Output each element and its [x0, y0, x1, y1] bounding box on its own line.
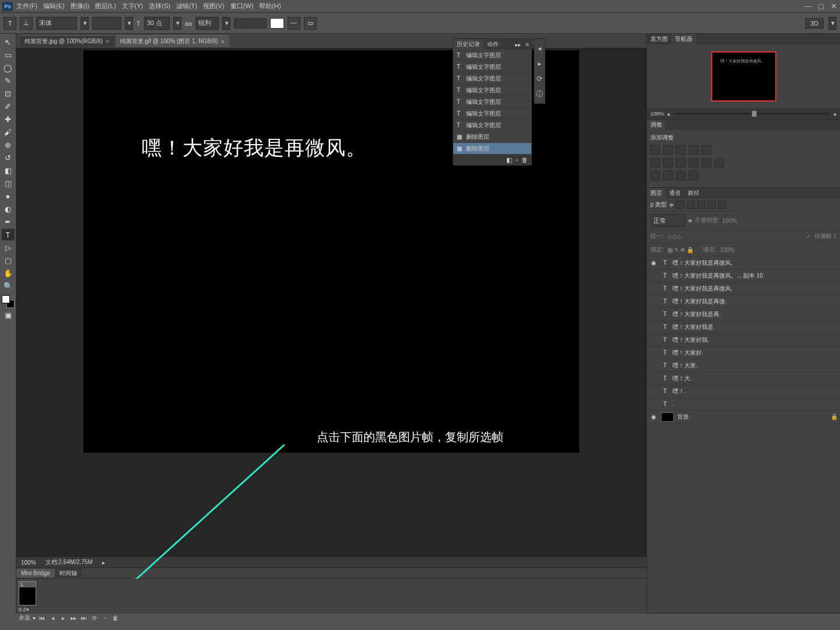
gradient-tool[interactable]: ◫ — [2, 177, 15, 189]
maximize-button[interactable]: ◻ — [814, 1, 827, 12]
fill-value[interactable]: 100% — [720, 247, 735, 253]
layer-row[interactable]: T嘿！. — [647, 385, 840, 398]
text-color-swatch[interactable] — [270, 18, 284, 29]
menu-view[interactable]: 视图(V) — [203, 2, 225, 10]
status-arrow-icon[interactable]: ▸ — [102, 559, 105, 566]
menu-select[interactable]: 选择(S) — [149, 2, 170, 10]
zoom-in-icon[interactable]: ▴ — [834, 111, 836, 117]
tab-navigator[interactable]: 导航器 — [671, 34, 696, 44]
tab-history[interactable]: 历史记录 — [453, 39, 484, 50]
eyedropper-tool[interactable]: ✐ — [2, 100, 15, 112]
crop-tool[interactable]: ⊡ — [2, 88, 15, 99]
menu-layer[interactable]: 图层(L) — [95, 2, 116, 10]
tween-button[interactable]: ⟳ — [90, 614, 99, 622]
shape-tool[interactable]: ▢ — [2, 254, 15, 266]
font-size-arrow[interactable]: ▾ — [173, 17, 181, 30]
menu-file[interactable]: 文件(F) — [16, 2, 37, 10]
hand-tool[interactable]: ✋ — [2, 267, 15, 279]
marquee-tool[interactable]: ▭ — [2, 49, 15, 61]
filter-pixel-icon[interactable] — [676, 201, 684, 209]
history-brush-tool[interactable]: ↺ — [2, 152, 15, 163]
zoom-level[interactable]: 100% — [21, 559, 36, 566]
font-family-dropdown[interactable]: 宋体 — [36, 17, 77, 30]
filter-type-icon[interactable] — [697, 201, 705, 209]
orientation-icon[interactable]: ⊥ — [20, 17, 33, 30]
stamp-tool[interactable]: ⊕ — [2, 139, 15, 150]
menu-edit[interactable]: 编辑(E) — [43, 2, 65, 10]
history-item[interactable]: T编辑文字图层 — [453, 108, 531, 120]
tab-histogram[interactable]: 直方图 — [647, 34, 671, 44]
zoom-slider[interactable] — [674, 113, 830, 115]
layer-row[interactable]: T嘿！大家好我是. — [647, 321, 840, 334]
align-center-button[interactable] — [245, 18, 256, 29]
layer-row[interactable]: ◉T嘿！大家好我是再微风。 — [647, 257, 840, 270]
layer-row[interactable]: T嘿！大家好. — [647, 346, 840, 359]
tab-minibridge[interactable]: Mini Bridge — [16, 569, 55, 578]
brightness-icon[interactable] — [650, 145, 660, 155]
eraser-tool[interactable]: ◧ — [2, 164, 15, 176]
zoom-out-icon[interactable]: ▴ — [667, 111, 670, 117]
workspace-arrow[interactable]: ▾ — [828, 17, 836, 30]
photo-filter-icon[interactable] — [676, 158, 685, 167]
threshold-icon[interactable] — [663, 171, 673, 180]
dock-icon-2[interactable]: ▸ — [536, 59, 544, 68]
antialias-arrow[interactable]: ▾ — [222, 17, 230, 30]
layer-row[interactable]: T嘿！大家好我是再微. — [647, 295, 840, 308]
nav-zoom-value[interactable]: 100% — [650, 111, 664, 117]
color-lookup-icon[interactable] — [702, 158, 711, 167]
tab-actions[interactable]: 动作 — [484, 39, 502, 50]
first-frame-button[interactable]: ⏮ — [38, 614, 46, 622]
delete-frame-button[interactable]: 🗑 — [111, 614, 120, 622]
opacity-value[interactable]: 100% — [722, 218, 737, 224]
minimize-button[interactable]: — — [802, 1, 814, 12]
selective-color-icon[interactable] — [689, 171, 698, 180]
prev-frame-button[interactable]: ◂ — [48, 614, 57, 622]
menu-help[interactable]: 帮助(H) — [259, 2, 281, 10]
history-item[interactable]: T编辑文字图层 — [453, 96, 531, 108]
layer-row[interactable]: T嘿！大家好我是再. — [647, 308, 840, 321]
tab-layers[interactable]: 图层 — [647, 188, 666, 198]
invert-icon[interactable] — [715, 158, 724, 167]
menu-filter[interactable]: 滤镜(T) — [176, 2, 197, 10]
dodge-tool[interactable]: ◐ — [2, 203, 15, 215]
font-family-arrow[interactable]: ▾ — [80, 17, 89, 30]
filter-smart-icon[interactable] — [718, 201, 726, 209]
dock-icon-4[interactable]: ⓘ — [536, 89, 544, 99]
quick-select-tool[interactable]: ✎ — [2, 75, 15, 86]
last-frame-button[interactable]: ⏭ — [80, 614, 88, 622]
menu-window[interactable]: 窗口(W) — [230, 2, 254, 10]
visibility-toggle[interactable]: ◉ — [649, 260, 657, 266]
tab-timeline[interactable]: 时间轴 — [55, 568, 82, 579]
menu-type[interactable]: 文字(Y) — [122, 2, 144, 10]
vibrance-icon[interactable] — [702, 145, 711, 155]
layer-row[interactable]: T嘿！大家好我是再微风。... 副本 10 — [647, 270, 840, 282]
dock-icon-1[interactable]: ◂ — [536, 44, 544, 53]
quickmask-button[interactable]: ▣ — [2, 309, 15, 321]
move-tool[interactable]: ↖ — [2, 36, 15, 48]
tab-adjustments[interactable]: 调整 — [647, 120, 666, 130]
frame-delay[interactable]: 0.2▾ — [19, 607, 29, 612]
navigator-thumbnail[interactable]: 嘿！大家好我是再微风。 — [711, 51, 776, 102]
blur-tool[interactable]: ● — [2, 190, 15, 202]
3d-button[interactable]: 3D — [805, 18, 824, 29]
next-frame-button[interactable]: ▸▸ — [69, 614, 78, 622]
layer-row[interactable]: T嘿！大. — [647, 372, 840, 385]
lock-icons[interactable]: ▦ ✎ ✥ 🔒 — [667, 247, 694, 253]
blend-mode-dropdown[interactable]: 正常 — [650, 214, 685, 227]
filter-adj-icon[interactable] — [687, 201, 695, 209]
history-item[interactable]: T编辑文字图层 — [453, 73, 531, 85]
layer-row[interactable]: T嘿！大家好我是再微风. — [647, 282, 840, 295]
close-icon[interactable]: × — [220, 38, 224, 45]
align-right-button[interactable] — [256, 18, 267, 29]
channel-mixer-icon[interactable] — [689, 158, 698, 167]
history-item[interactable]: T编辑文字图层 — [453, 85, 531, 96]
duplicate-frame-button[interactable]: ▫ — [101, 614, 109, 622]
layer-row[interactable]: T嘿！大家. — [647, 359, 840, 372]
propagate-checkbox[interactable]: 传播帧 1 — [814, 232, 836, 240]
document-tab-2[interactable]: 纯黑背景.gif @ 100% (图层 1, RGB/8)× — [116, 35, 229, 47]
history-delete-icon[interactable]: 🗑 — [522, 156, 528, 163]
panel-menu-icon[interactable]: ≡ — [523, 41, 531, 48]
layer-row[interactable]: T. — [647, 398, 840, 411]
history-snapshot-icon[interactable]: ◧ — [506, 156, 512, 164]
font-style-dropdown[interactable] — [92, 17, 121, 30]
